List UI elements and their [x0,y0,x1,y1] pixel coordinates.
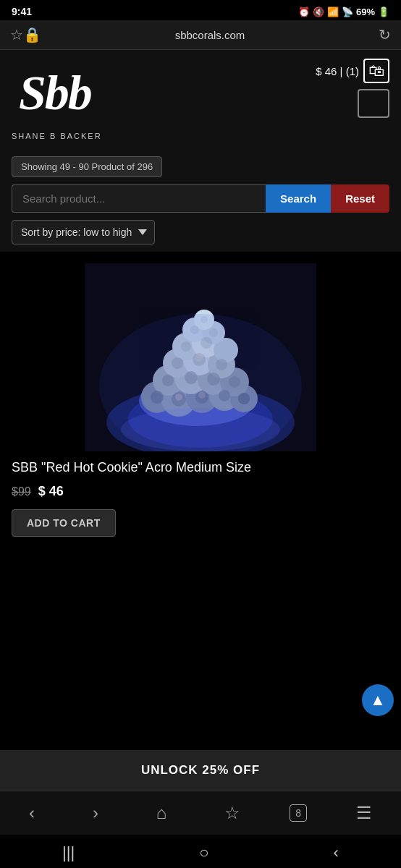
bookmark-icon[interactable]: ☆ [10,26,23,43]
unlock-banner[interactable]: UNLOCK 25% OFF [0,750,401,791]
showing-bar: Showing 49 - 90 Product of 296 [12,156,162,177]
search-button[interactable]: Search [266,184,331,213]
nav-home-button[interactable]: ⌂ [148,800,176,826]
scroll-top-icon: ▲ [370,691,386,710]
nav-forward-button[interactable]: › [84,800,107,826]
home-gesture-icon[interactable]: ○ [199,843,208,862]
sort-select[interactable]: Sort by price: low to high Sort by price… [12,220,155,244]
status-bar: 9:41 ⏰ 🔇 📶 📡 69% 🔋 [0,0,401,20]
status-icons: ⏰ 🔇 📶 📡 69% 🔋 [298,7,389,17]
battery-text: 69% [356,7,375,17]
cart-info[interactable]: $ 46 | (1) 🛍 [316,59,389,83]
nav-menu-button[interactable]: ☰ [347,800,381,826]
price-row: $99 $ 46 [12,484,389,499]
wifi-icon: 📶 [327,7,339,17]
product-area: SBB "Red Hot Cookie" Acro Medium Size $9… [0,252,401,750]
price-sale: $ 46 [38,484,64,499]
nav-back-button[interactable]: ‹ [20,800,43,826]
search-row: Search Reset [12,184,389,213]
svg-text:Sbb: Sbb [19,65,91,120]
home-gesture-bar: ||| ○ ‹ [0,835,401,868]
signal-icon: 📡 [342,7,353,17]
logo-area: Sbb SHANE B BACKER [12,59,316,140]
mute-icon: 🔇 [313,7,324,17]
price-original: $99 [12,485,31,498]
logo-subtitle: SHANE B BACKER [12,132,316,140]
alarm-icon: ⏰ [298,7,310,17]
logo-main: Sbb [12,59,316,130]
recent-apps-icon[interactable]: ||| [62,843,75,862]
unlock-text: UNLOCK 25% OFF [141,763,260,777]
add-to-cart-button[interactable]: ADD TO CART [12,509,116,537]
reset-button[interactable]: Reset [331,184,389,213]
header-right: $ 46 | (1) 🛍 [316,59,389,118]
product-image-container[interactable] [12,263,389,451]
search-input[interactable] [12,184,266,213]
bottom-nav: ‹ › ⌂ ☆ 8 ☰ [0,791,401,835]
product-controls: Showing 49 - 90 Product of 296 Search Re… [0,149,401,252]
reload-icon[interactable]: ↻ [379,26,391,43]
product-image [85,263,316,451]
hamburger-menu-button[interactable] [358,89,389,118]
lock-icon: 🔒 [23,26,41,43]
cart-bag-icon[interactable]: 🛍 [363,59,389,83]
url-display[interactable]: sbbcorals.com [41,29,379,41]
sort-wrapper[interactable]: Sort by price: low to high Sort by price… [12,220,155,244]
nav-bookmark-button[interactable]: ☆ [216,800,249,826]
scroll-to-top-button[interactable]: ▲ [362,684,394,716]
product-title: SBB "Red Hot Cookie" Acro Medium Size [12,460,389,475]
time: 9:41 [12,6,32,17]
cart-price: $ 46 | (1) [316,65,359,77]
browser-bar: ☆ 🔒 sbbcorals.com ↻ [0,20,401,50]
nav-tabs-button[interactable]: 8 [290,804,307,822]
back-gesture-icon[interactable]: ‹ [334,843,339,862]
site-header: Sbb SHANE B BACKER $ 46 | (1) 🛍 [0,50,401,149]
logo-svg: Sbb [12,59,127,124]
svg-point-44 [121,408,280,451]
battery-icon: 🔋 [378,7,389,17]
